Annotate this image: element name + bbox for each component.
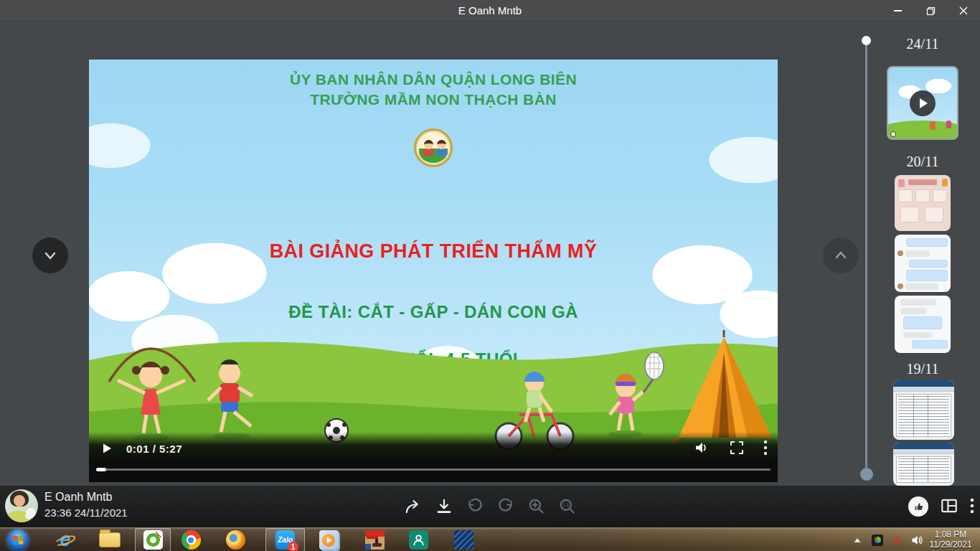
logo-shirt-blue — [436, 149, 448, 156]
chevron-down-icon — [40, 245, 60, 265]
rotate-left-button[interactable] — [466, 497, 484, 516]
taskbar-chrome[interactable] — [179, 528, 203, 551]
start-button[interactable] — [6, 528, 29, 551]
timeline-video-thumbnail[interactable] — [887, 66, 958, 140]
timeline-date-24-11: 24/11 — [883, 36, 962, 52]
timeline-chat-thumbnail-1[interactable] — [895, 235, 951, 292]
thumbnail-kid — [946, 121, 951, 128]
coccoc-icon — [143, 530, 163, 550]
taskbar-clock[interactable]: 1:08 PM 11/29/2021 — [924, 529, 977, 551]
timeline-date-20-11: 20/11 — [883, 154, 962, 170]
restore-button[interactable] — [914, 0, 947, 22]
tray-volume-button[interactable] — [911, 534, 924, 547]
timeline-document-thumbnail-2[interactable] — [893, 443, 954, 486]
viewer-footer: E Oanh Mntb 23:36 24/11/2021 1:1 — [0, 486, 980, 527]
zoom-actual-icon: 1:1 — [558, 497, 577, 516]
kebab-icon — [763, 440, 768, 456]
person-app-icon — [409, 530, 428, 550]
clock-time: 1:08 PM — [924, 529, 977, 540]
video-time-display: 0:01 / 5:27 — [126, 443, 182, 455]
zalo-icon: Zalo1 — [275, 530, 295, 550]
taskbar-internet-explorer[interactable]: e — [53, 528, 77, 551]
play-button[interactable] — [99, 441, 115, 456]
firefox-icon — [226, 530, 245, 550]
rotate-right-button[interactable] — [496, 497, 515, 516]
close-button[interactable] — [947, 0, 980, 22]
volume-button[interactable] — [693, 439, 710, 458]
timeline-chat-thumbnail-2[interactable] — [895, 296, 951, 353]
red-speaker-icon — [892, 534, 903, 546]
timeline-dot-top — [862, 36, 871, 45]
taskbar-media-player[interactable] — [316, 528, 341, 551]
folder-icon — [99, 532, 121, 547]
prev-media-button[interactable] — [32, 237, 68, 273]
system-tray — [851, 528, 924, 551]
footer-more-button[interactable] — [970, 497, 974, 517]
timeline-image-thumbnail-card[interactable] — [895, 175, 951, 231]
taskbar-zalo[interactable]: Zalo1 — [265, 528, 305, 551]
video-more-button[interactable] — [763, 440, 768, 458]
play-icon — [101, 443, 113, 454]
rotate-left-icon — [466, 497, 484, 516]
taskbar-blue-app[interactable] — [451, 528, 476, 551]
blue-app-icon — [454, 530, 473, 550]
video-control-bar: 0:01 / 5:27 — [89, 432, 778, 482]
internet-explorer-icon: e — [55, 530, 75, 550]
kebab-icon — [970, 497, 974, 514]
thumbnail-play-icon — [910, 90, 936, 116]
slide-header: ỦY BAN NHÂN DÂN QUẬN LONG BIÊN TRƯỜNG MẦ… — [89, 70, 778, 110]
tray-app-icon-button[interactable] — [871, 534, 884, 547]
timeline-document-thumbnail-1[interactable] — [893, 380, 954, 440]
video-progress-bar[interactable] — [96, 468, 771, 471]
volume-tray-icon — [911, 534, 924, 546]
windows-start-icon — [7, 529, 29, 551]
up-arrow-icon — [854, 537, 861, 543]
taskbar-file-explorer[interactable] — [98, 528, 122, 551]
logo-child-1 — [424, 140, 433, 149]
zoom-in-icon — [527, 497, 546, 516]
taskbar-coccoc-browser[interactable] — [135, 528, 171, 551]
taskbar-teal-app[interactable] — [406, 528, 430, 551]
viewer-toolbar: 1:1 — [0, 486, 980, 527]
video-progress-played — [96, 468, 106, 471]
layout-toggle-button[interactable] — [940, 496, 958, 517]
windows-taskbar: e Zalo1 — [0, 527, 980, 551]
slide-header-line1: ỦY BAN NHÂN DÂN QUẬN LONG BIÊN — [89, 70, 778, 90]
fullscreen-button[interactable] — [729, 440, 745, 458]
app-window: E Oanh Mntb ỦY BAN NHÂN DÂN QUẬN LONG BI… — [0, 0, 980, 551]
window-controls — [881, 0, 980, 22]
timeline-dot-bottom — [860, 468, 873, 481]
share-button[interactable] — [404, 497, 423, 516]
tray-color-app-icon — [872, 534, 883, 546]
svg-text:1:1: 1:1 — [562, 502, 569, 507]
like-button[interactable] — [908, 496, 928, 517]
window-titlebar: E Oanh Mntb — [0, 0, 980, 22]
next-media-button[interactable] — [823, 237, 859, 273]
restore-icon — [926, 6, 936, 16]
logo-shirt-red — [423, 149, 434, 156]
fullscreen-icon — [729, 440, 745, 456]
chrome-icon — [182, 530, 201, 550]
taskbar-firefox[interactable] — [223, 528, 248, 551]
window-title: E Oanh Mntb — [458, 4, 522, 17]
rotate-right-icon — [496, 497, 515, 516]
slide-title: BÀI GIẢNG PHÁT TRIỂN THẨM MỸ — [89, 240, 778, 263]
mario-icon — [365, 530, 385, 550]
zoom-in-button[interactable] — [527, 497, 546, 516]
share-icon — [404, 497, 423, 516]
minimize-icon — [894, 10, 902, 11]
media-player-icon — [319, 530, 339, 550]
tray-hidden-icons-button[interactable] — [851, 534, 864, 547]
video-player[interactable]: ỦY BAN NHÂN DÂN QUẬN LONG BIÊN TRƯỜNG MẦ… — [89, 60, 778, 482]
slide-header-line2: TRƯỜNG MẦM NON THẠCH BÀN — [89, 90, 778, 110]
minimize-button[interactable] — [881, 0, 914, 22]
download-button[interactable] — [435, 497, 453, 516]
zoom-actual-button[interactable]: 1:1 — [558, 497, 577, 516]
taskbar-mario-game[interactable] — [362, 528, 387, 551]
download-icon — [435, 497, 453, 516]
thumbnail-ball — [890, 131, 896, 137]
tray-red-audio-button[interactable] — [891, 534, 904, 547]
chevron-up-icon — [831, 245, 851, 265]
layout-icon — [940, 496, 958, 515]
zalo-unread-badge: 1 — [288, 542, 298, 551]
